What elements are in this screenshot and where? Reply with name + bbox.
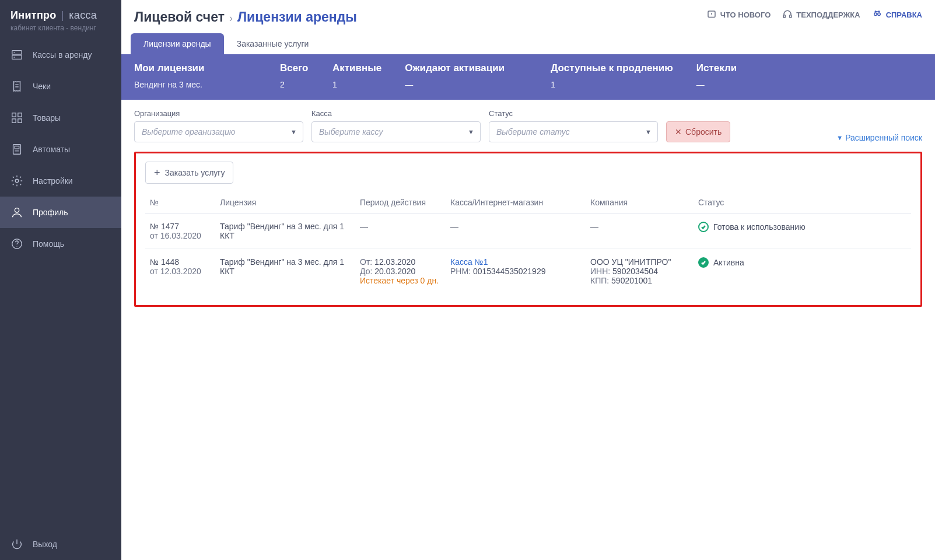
period-to: 20.03.2020 — [374, 267, 415, 276]
th-license: Лицензия — [215, 192, 355, 214]
row-num: № 1448 — [150, 257, 211, 267]
sidebar-item-profil[interactable]: Профиль — [0, 197, 121, 228]
grid-icon — [10, 111, 23, 124]
svg-rect-11 — [15, 146, 19, 149]
toplink-label: ТЕХПОДДЕРЖКА — [796, 10, 860, 19]
table-row[interactable]: № 1448 от 12.03.2020 Тариф "Вендинг" на … — [145, 249, 911, 294]
rnm-label: РНМ: — [450, 267, 471, 276]
sidebar-item-tovary[interactable]: Товары — [0, 102, 121, 134]
row-license: Тариф "Вендинг" на 3 мес. для 1 ККТ — [215, 249, 355, 294]
filter-status-label: Статус — [489, 109, 658, 118]
select-placeholder: Выберите организацию — [142, 127, 235, 136]
row-status-text: Активна — [713, 258, 744, 267]
summary-pending-label: Ожидают активации — [405, 62, 527, 74]
chevron-down-icon: ▼ — [290, 128, 297, 135]
svg-rect-8 — [12, 119, 16, 123]
th-company: Компания — [586, 192, 694, 214]
tab-ordered-services[interactable]: Заказанные услуги — [224, 33, 322, 54]
owl-icon — [872, 9, 883, 20]
sidebar: Инитпро | касса кабинет клиента - вендин… — [0, 0, 121, 560]
inn-label: ИНН: — [590, 267, 610, 276]
sidebar-item-label: Кассы в аренду — [33, 50, 92, 60]
brand-name: Инитпро — [10, 9, 57, 21]
period-from-label: От: — [360, 257, 372, 267]
whats-new-link[interactable]: ЧТО НОВОГО — [706, 9, 771, 20]
svg-point-22 — [874, 13, 877, 16]
sidebar-item-kassy[interactable]: Кассы в аренду — [0, 39, 121, 71]
sidebar-item-label: Товары — [33, 113, 61, 123]
sidebar-item-pomosch[interactable]: Помощь — [0, 228, 121, 260]
licenses-table: № Лицензия Период действия Касса/Интерне… — [145, 192, 911, 293]
tabs: Лицензии аренды Заказанные услуги — [121, 33, 935, 54]
chevron-down-icon: ▼ — [468, 128, 474, 135]
chevron-down-icon: ▼ — [645, 128, 652, 135]
user-icon — [10, 206, 23, 219]
summary-active-value: 1 — [332, 80, 381, 89]
th-kassa: Касса/Интернет-магазин — [446, 192, 586, 214]
summary-renew-label: Доступные к продлению — [551, 62, 673, 74]
filter-org-label: Организация — [134, 109, 303, 118]
gear-icon — [10, 174, 23, 187]
row-date: от 16.03.2020 — [150, 231, 211, 240]
brand-product: касса — [69, 9, 97, 21]
check-circle-filled-icon — [698, 257, 709, 268]
svg-point-14 — [15, 208, 19, 212]
toplinks: ЧТО НОВОГО ТЕХПОДДЕРЖКА СПРАВКА — [706, 9, 922, 20]
toplink-label: СПРАВКА — [886, 10, 922, 19]
summary-total-label: Всего — [280, 62, 309, 74]
topbar: Лицевой счет › Лицензии аренды ЧТО НОВОГ… — [121, 0, 935, 25]
svg-rect-20 — [784, 15, 786, 18]
kpp-label: КПП: — [590, 276, 609, 285]
summary-bar: Мои лицензии Вендинг на 3 мес. Всего 2 А… — [121, 54, 935, 100]
advanced-search-link[interactable]: ▼ Расширенный поиск — [836, 133, 922, 142]
sidebar-item-vyhod[interactable]: Выход — [0, 528, 121, 560]
row-kassa: — — [446, 214, 586, 249]
sidebar-item-nastroiki[interactable]: Настройки — [0, 165, 121, 197]
sidebar-item-label: Автоматы — [33, 145, 70, 154]
select-placeholder: Выберите кассу — [319, 127, 383, 136]
row-status-text: Готова к использованию — [713, 222, 806, 232]
sidebar-item-avtomaty[interactable]: Автоматы — [0, 134, 121, 165]
power-icon — [10, 538, 23, 551]
svg-rect-0 — [12, 51, 22, 54]
rnm-value: 0015344535021929 — [473, 267, 546, 276]
reset-button[interactable]: ✕ Сбросить — [666, 121, 730, 142]
nav: Кассы в аренду Чеки Товары Автоматы Наст… — [0, 39, 121, 560]
kpp-value: 590201001 — [611, 276, 652, 285]
table-row[interactable]: № 1477 от 16.03.2020 Тариф "Вендинг" на … — [145, 214, 911, 249]
filter-kassa-label: Касса — [311, 109, 481, 118]
licenses-panel: + Заказать услугу № Лицензия Период дейс… — [134, 152, 922, 307]
row-num: № 1477 — [150, 222, 211, 231]
summary-renew-value: 1 — [551, 80, 673, 89]
svg-point-23 — [877, 13, 880, 16]
chevron-right-icon: › — [229, 12, 233, 24]
row-date: от 12.03.2020 — [150, 267, 211, 276]
select-placeholder: Выберите статус — [496, 127, 570, 136]
filter-kassa-select[interactable]: Выберите кассу ▼ — [311, 121, 481, 142]
svg-rect-9 — [18, 119, 22, 123]
button-label: Сбросить — [685, 127, 722, 136]
sidebar-item-label: Профиль — [33, 208, 68, 217]
sidebar-item-label: Чеки — [33, 82, 51, 91]
breadcrumb-current: Лицензии аренды — [237, 9, 357, 25]
filter-status-select[interactable]: Выберите статус ▼ — [489, 121, 658, 142]
receipt-icon — [10, 80, 23, 93]
sidebar-item-label: Настройки — [33, 176, 73, 186]
filters: Организация Выберите организацию ▼ Касса… — [121, 100, 935, 152]
filter-org-select[interactable]: Выберите организацию ▼ — [134, 121, 303, 142]
svg-point-13 — [15, 179, 19, 183]
sidebar-item-cheki[interactable]: Чеки — [0, 71, 121, 102]
kassa-link[interactable]: Касса №1 — [450, 257, 581, 267]
summary-expired-value: — — [696, 80, 737, 89]
tab-licenses-rent[interactable]: Лицензии аренды — [131, 33, 224, 54]
breadcrumb-root[interactable]: Лицевой счет — [134, 9, 225, 25]
help-link[interactable]: СПРАВКА — [872, 9, 922, 20]
summary-my-label: Мои лицензии — [134, 62, 257, 74]
main: Лицевой счет › Лицензии аренды ЧТО НОВОГ… — [121, 0, 935, 560]
support-link[interactable]: ТЕХПОДДЕРЖКА — [782, 9, 860, 20]
company-name: ООО УЦ "ИНИТПРО" — [590, 257, 689, 267]
period-to-label: До: — [360, 267, 372, 276]
order-service-button[interactable]: + Заказать услугу — [145, 162, 233, 184]
period-warn: Истекает через 0 дн. — [360, 276, 441, 285]
summary-my-value: Вендинг на 3 мес. — [134, 80, 257, 89]
